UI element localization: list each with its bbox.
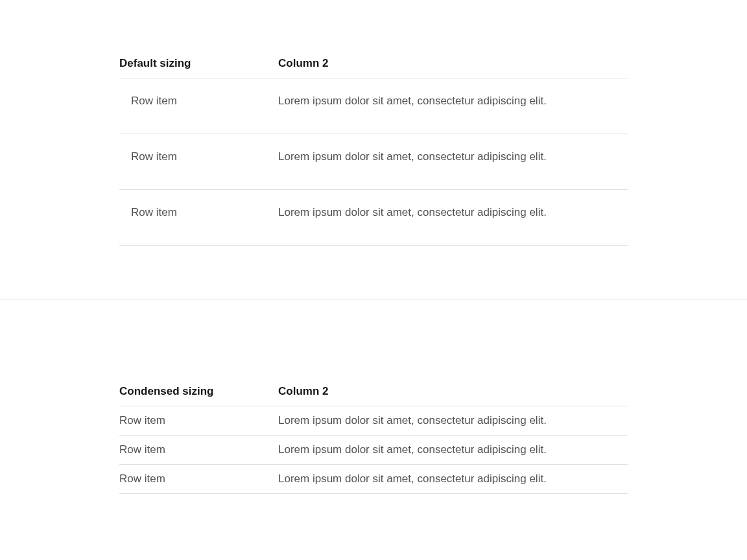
cell-col2: Lorem ipsum dolor sit amet, consectetur … <box>278 406 628 436</box>
cell-col1: Row item <box>119 406 278 436</box>
cell-col1: Row item <box>119 436 278 465</box>
column-header-2: Column 2 <box>278 57 628 78</box>
table-row: Row item Lorem ipsum dolor sit amet, con… <box>119 465 628 494</box>
condensed-sizing-table: Condensed sizing Column 2 Row item Lorem… <box>119 385 628 494</box>
table-header-row: Default sizing Column 2 <box>119 57 628 78</box>
cell-col1: Row item <box>119 190 278 246</box>
column-header-2: Column 2 <box>278 385 628 406</box>
cell-col1: Row item <box>119 78 278 134</box>
column-header-1: Default sizing <box>119 57 278 78</box>
table-row: Row item Lorem ipsum dolor sit amet, con… <box>119 436 628 465</box>
table-row: Row item Lorem ipsum dolor sit amet, con… <box>119 134 628 190</box>
cell-col2: Lorem ipsum dolor sit amet, consectetur … <box>278 78 628 134</box>
cell-col2: Lorem ipsum dolor sit amet, consectetur … <box>278 134 628 190</box>
column-header-1: Condensed sizing <box>119 385 278 406</box>
cell-col1: Row item <box>119 134 278 190</box>
cell-col2: Lorem ipsum dolor sit amet, consectetur … <box>278 465 628 494</box>
table-row: Row item Lorem ipsum dolor sit amet, con… <box>119 78 628 134</box>
cell-col2: Lorem ipsum dolor sit amet, consectetur … <box>278 436 628 465</box>
table-row: Row item Lorem ipsum dolor sit amet, con… <box>119 406 628 436</box>
default-sizing-table: Default sizing Column 2 Row item Lorem i… <box>119 57 628 246</box>
table-row: Row item Lorem ipsum dolor sit amet, con… <box>119 190 628 246</box>
cell-col1: Row item <box>119 465 278 494</box>
table-header-row: Condensed sizing Column 2 <box>119 385 628 406</box>
cell-col2: Lorem ipsum dolor sit amet, consectetur … <box>278 190 628 246</box>
